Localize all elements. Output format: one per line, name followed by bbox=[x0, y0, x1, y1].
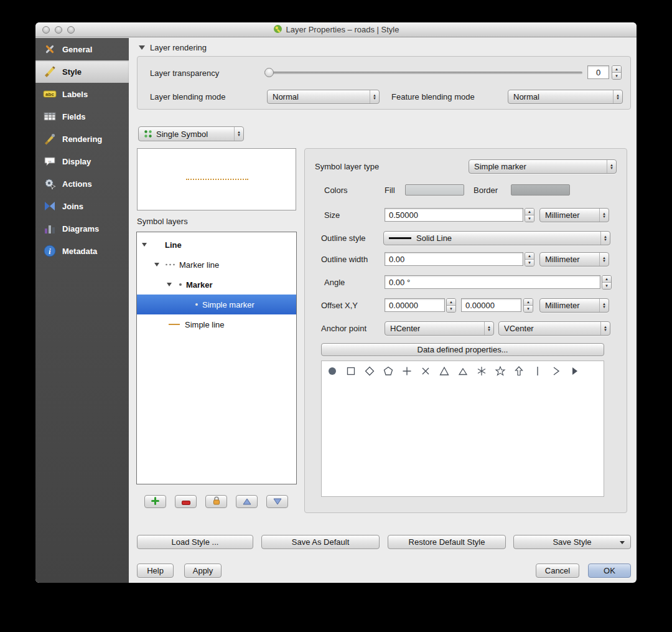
shape-arrow-icon[interactable] bbox=[513, 366, 525, 377]
size-stepper[interactable]: ▲▼ bbox=[525, 208, 534, 222]
load-style-label: Load Style ... bbox=[172, 537, 219, 547]
angle-stepper[interactable]: ▲▼ bbox=[602, 275, 612, 290]
colors-label: Colors bbox=[324, 183, 348, 197]
layer-transparency-value-field[interactable]: 0 bbox=[587, 65, 609, 79]
tree-row-marker-line[interactable]: Marker line bbox=[137, 255, 296, 275]
tree-row-line[interactable]: Line bbox=[137, 235, 296, 255]
shape-filled-arrowhead-icon[interactable] bbox=[569, 366, 581, 377]
fill-color-swatch[interactable] bbox=[405, 184, 464, 196]
outline-width-stepper[interactable]: ▲▼ bbox=[525, 252, 534, 266]
metadata-icon: i bbox=[43, 244, 57, 258]
single-symbol-icon bbox=[144, 130, 152, 138]
offset-x-stepper[interactable]: ▲▼ bbox=[446, 298, 456, 313]
chevron-up-down-icon: ▲▼ bbox=[599, 209, 609, 222]
tree-row-marker[interactable]: Marker bbox=[137, 275, 296, 295]
close-window-button[interactable] bbox=[42, 26, 50, 34]
sidebar-item-actions[interactable]: Actions bbox=[35, 172, 129, 195]
size-value: 0.50000 bbox=[389, 210, 418, 220]
shape-diamond-icon[interactable] bbox=[364, 366, 375, 377]
angle-input[interactable]: 0.00 ° bbox=[385, 275, 600, 289]
anchor-h-value: HCenter bbox=[390, 324, 420, 333]
shape-line-icon[interactable] bbox=[532, 366, 543, 377]
shape-regular-star-icon[interactable] bbox=[495, 366, 506, 377]
shape-cross2-icon[interactable] bbox=[420, 366, 431, 377]
offset-label: Offset X,Y bbox=[321, 298, 358, 313]
sidebar-item-style[interactable]: Style bbox=[35, 60, 129, 83]
anchor-h-select[interactable]: HCenter ▲▼ bbox=[385, 321, 494, 336]
offset-y-stepper[interactable]: ▲▼ bbox=[523, 298, 533, 313]
lock-color-button[interactable] bbox=[205, 495, 227, 508]
size-input[interactable]: 0.50000 bbox=[385, 208, 523, 222]
shape-arrowhead-icon[interactable] bbox=[551, 366, 562, 377]
border-color-swatch[interactable] bbox=[511, 184, 570, 196]
sidebar-item-rendering[interactable]: Rendering bbox=[35, 128, 129, 150]
tree-row-simple-marker[interactable]: Simple marker bbox=[137, 295, 296, 314]
anchor-point-label: Anchor point bbox=[321, 321, 366, 336]
load-style-button[interactable]: Load Style ... bbox=[137, 535, 253, 549]
sidebar-item-label: Labels bbox=[62, 90, 88, 99]
sidebar-item-label: Diagrams bbox=[62, 224, 99, 233]
outline-width-input[interactable]: 0.00 bbox=[385, 252, 523, 266]
outline-style-select[interactable]: Solid Line ▲▼ bbox=[383, 231, 610, 245]
layer-rendering-title: Layer rendering bbox=[150, 43, 207, 52]
symbol-preview bbox=[137, 148, 296, 210]
minimize-window-button[interactable] bbox=[55, 26, 62, 34]
apply-button[interactable]: Apply bbox=[184, 564, 222, 578]
tree-row-simple-line[interactable]: Simple line bbox=[137, 314, 296, 334]
sidebar-item-display[interactable]: ,, Display bbox=[35, 150, 129, 172]
sidebar-item-general[interactable]: General bbox=[35, 38, 129, 60]
expander-icon[interactable] bbox=[142, 243, 147, 247]
layer-rendering-disclosure-icon[interactable] bbox=[139, 45, 145, 50]
save-style-button[interactable]: Save Style bbox=[513, 535, 631, 549]
shape-equilateral-triangle-icon[interactable] bbox=[457, 366, 469, 377]
sidebar-item-joins[interactable]: Joins bbox=[35, 195, 129, 217]
shape-square-icon[interactable] bbox=[345, 366, 357, 377]
layer-transparency-slider[interactable] bbox=[268, 72, 582, 74]
outline-width-unit-select[interactable]: Millimeter ▲▼ bbox=[539, 252, 609, 266]
offset-y-value: 0.00000 bbox=[465, 301, 495, 310]
shape-cross-icon[interactable] bbox=[401, 366, 413, 377]
save-as-default-button[interactable]: Save As Default bbox=[261, 535, 380, 549]
sidebar-item-metadata[interactable]: i Metadata bbox=[35, 240, 129, 262]
window-title: Layer Properties – roads | Style bbox=[286, 25, 399, 34]
angle-label: Angle bbox=[324, 275, 345, 290]
layer-transparency-stepper[interactable]: ▲▼ bbox=[612, 65, 622, 80]
ok-button[interactable]: OK bbox=[588, 564, 631, 578]
shape-pentagon-icon[interactable] bbox=[383, 366, 394, 377]
sidebar-item-label: Joins bbox=[62, 202, 83, 211]
renderer-select[interactable]: Single Symbol ▲▼ bbox=[138, 126, 244, 141]
remove-symbol-layer-button[interactable] bbox=[175, 495, 197, 508]
layer-transparency-slider-thumb[interactable] bbox=[264, 68, 274, 77]
zoom-window-button[interactable] bbox=[67, 26, 75, 34]
data-defined-properties-label: Data defined properties... bbox=[418, 345, 508, 354]
size-unit-select[interactable]: Millimeter ▲▼ bbox=[539, 208, 609, 222]
offset-x-input[interactable]: 0.00000 bbox=[385, 298, 445, 312]
shape-circle-icon[interactable] bbox=[327, 366, 338, 377]
symbol-layer-type-select[interactable]: Simple marker ▲▼ bbox=[469, 159, 617, 174]
cancel-button[interactable]: Cancel bbox=[536, 564, 579, 578]
feature-blending-mode-value: Normal bbox=[513, 92, 539, 101]
help-button[interactable]: Help bbox=[137, 564, 174, 578]
move-down-button[interactable] bbox=[266, 495, 288, 508]
offset-y-input[interactable]: 0.00000 bbox=[461, 298, 521, 312]
sidebar-item-label: Fields bbox=[62, 112, 86, 121]
simple-marker-dot-icon bbox=[195, 303, 198, 306]
expander-icon[interactable] bbox=[154, 263, 159, 266]
anchor-v-select[interactable]: VCenter ▲▼ bbox=[498, 321, 610, 336]
sidebar-item-diagrams[interactable]: Diagrams bbox=[35, 217, 129, 240]
data-defined-properties-button[interactable]: Data defined properties... bbox=[321, 343, 604, 356]
layer-blending-mode-select[interactable]: Normal ▲▼ bbox=[267, 90, 380, 104]
restore-default-style-button[interactable]: Restore Default Style bbox=[388, 535, 506, 549]
shape-star-icon[interactable] bbox=[476, 366, 487, 377]
expander-icon[interactable] bbox=[167, 283, 172, 286]
sidebar-item-fields[interactable]: Fields bbox=[35, 105, 129, 128]
tree-item-label: Line bbox=[165, 240, 182, 250]
sidebar-item-labels[interactable]: abc Labels bbox=[35, 83, 129, 105]
offset-unit-select[interactable]: Millimeter ▲▼ bbox=[539, 298, 609, 313]
shape-triangle-icon[interactable] bbox=[439, 366, 450, 377]
feature-blending-mode-select[interactable]: Normal ▲▼ bbox=[508, 90, 623, 104]
minus-icon bbox=[182, 496, 190, 507]
anchor-v-value: VCenter bbox=[504, 324, 534, 333]
move-up-button[interactable] bbox=[236, 495, 258, 508]
add-symbol-layer-button[interactable] bbox=[144, 495, 166, 508]
